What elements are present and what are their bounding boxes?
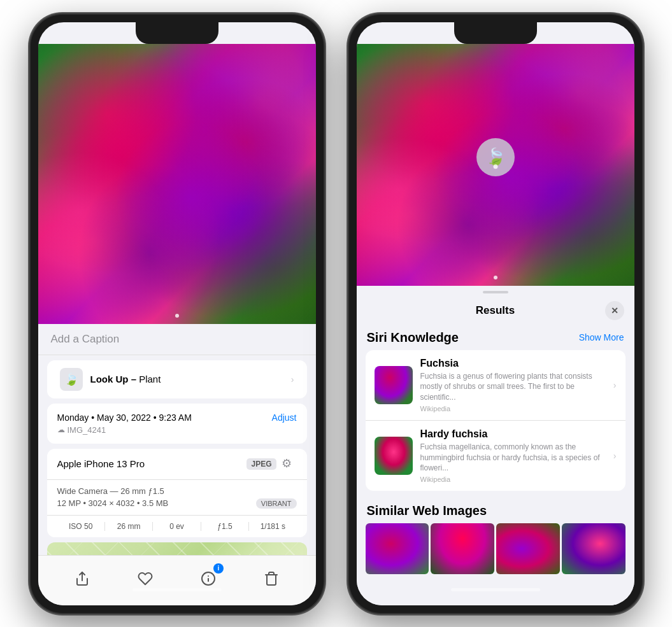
camera-lens: Wide Camera — 26 mm ƒ1.5 [57,486,297,496]
fuchsia-text: Fuchsia Fuchsia is a genus of flowering … [420,358,606,412]
share-button[interactable] [68,565,96,593]
exif-aperture: ƒ1.5 [201,522,249,531]
info-badge: i [213,563,224,574]
exif-iso: ISO 50 [57,522,105,531]
hardy-chevron-icon: › [613,451,617,461]
camera-section: Apple iPhone 13 Pro JPEG ⚙ Wide Camera —… [47,449,307,537]
phones-container: Add a Caption 🍃 Look Up – Plant › Monday… [18,2,655,626]
panel-handle[interactable] [483,291,508,293]
lookup-row[interactable]: 🍃 Look Up – Plant › [47,360,307,398]
phone2-notch [454,22,537,44]
hardy-source: Wikipedia [420,476,606,483]
close-button[interactable]: ✕ [605,301,624,320]
knowledge-item-hardy[interactable]: Hardy fuchsia Fuchsia magellanica, commo… [366,421,626,491]
phone-1: Add a Caption 🍃 Look Up – Plant › Monday… [31,15,324,613]
similar-image-1[interactable] [366,523,429,574]
camera-settings-icon[interactable]: ⚙ [282,456,297,472]
show-more-button[interactable]: Show More [579,332,624,342]
knowledge-item-fuchsia[interactable]: Fuchsia Fuchsia is a genus of flowering … [366,350,626,421]
results-header: Results ✕ [357,299,634,327]
siri-knowledge-header: Siri Knowledge Show More [357,327,634,350]
phone2-home-indicator [451,588,540,591]
knowledge-card: Fuchsia Fuchsia is a genus of flowering … [366,350,626,491]
hardy-desc: Fuchsia magellanica, commonly known as t… [420,442,606,474]
siri-knowledge-title: Siri Knowledge [367,330,459,345]
format-badge: JPEG [247,458,276,470]
camera-details: Wide Camera — 26 mm ƒ1.5 12 MP • 3024 × … [47,480,307,515]
photo-area-2: 🍃 [357,44,634,286]
notch [136,22,218,44]
exif-row: ISO 50 26 mm 0 ev ƒ1.5 1/181 s [47,515,307,537]
photo-area[interactable] [38,44,316,324]
page-indicator [175,314,179,318]
similar-image-3[interactable] [496,523,560,574]
similar-section: Similar Web Images [357,496,634,574]
hardy-name: Hardy fuchsia [420,428,606,440]
map-section[interactable] [47,542,307,555]
vlu-dot [493,164,497,169]
vlu-icon-circle[interactable]: 🍃 [476,138,515,176]
fuchsia-name: Fuchsia [420,358,606,369]
exif-shutter: 1/181 s [249,522,296,531]
cloud-icon: ☁ [57,425,65,434]
camera-header: Apple iPhone 13 Pro JPEG ⚙ [47,449,307,480]
camera-name: Apple iPhone 13 Pro [57,458,145,469]
phone2-page-indicator [494,276,497,279]
results-panel: Results ✕ Siri Knowledge Show More Fu [357,286,634,605]
camera-mp-row: 12 MP • 3024 × 4032 • 3.5 MB VIBRANT [57,498,297,509]
results-title: Results [386,304,605,317]
map-background [47,542,307,555]
caption-input[interactable]: Add a Caption [38,324,316,355]
flower-photo [38,44,316,324]
meta-section: Monday • May 30, 2022 • 9:23 AM Adjust ☁… [47,404,307,444]
similar-header: Similar Web Images [357,500,634,523]
adjust-button[interactable]: Adjust [272,412,297,423]
details-area: Add a Caption 🍃 Look Up – Plant › Monday… [38,324,316,555]
filename-row: ☁ IMG_4241 [57,425,297,435]
similar-images-row [357,523,634,574]
hardy-text: Hardy fuchsia Fuchsia magellanica, commo… [420,428,606,483]
fuchsia-source: Wikipedia [420,405,606,412]
camera-badges: JPEG ⚙ [247,456,296,472]
home-indicator [132,588,222,591]
leaf-icon: 🍃 [60,368,83,391]
hardy-thumbnail [375,437,413,475]
vibrant-badge: VIBRANT [256,498,297,509]
exif-focal: 26 mm [105,522,153,531]
flower-overlay [38,44,316,324]
phone-2-screen: 🍃 Results ✕ Siri Knowledge Show More [357,22,634,605]
lookup-chevron-icon: › [291,374,294,384]
similar-image-4[interactable] [562,523,626,574]
fuchsia-thumbnail [375,366,413,404]
similar-image-2[interactable] [431,523,494,574]
delete-button[interactable] [257,565,285,593]
exif-ev: 0 ev [153,522,201,531]
map-roads [47,542,307,555]
phone-2: 🍃 Results ✕ Siri Knowledge Show More [349,15,642,613]
fuchsia-chevron-icon: › [613,380,617,390]
meta-date-row: Monday • May 30, 2022 • 9:23 AM Adjust [57,412,297,423]
toolbar: i [38,555,316,605]
similar-title: Similar Web Images [367,504,487,518]
fuchsia-desc: Fuchsia is a genus of flowering plants t… [420,371,606,403]
phone-1-screen: Add a Caption 🍃 Look Up – Plant › Monday… [38,22,316,605]
lookup-text: Look Up – Plant [90,374,283,384]
photo-date: Monday • May 30, 2022 • 9:23 AM [57,412,192,423]
